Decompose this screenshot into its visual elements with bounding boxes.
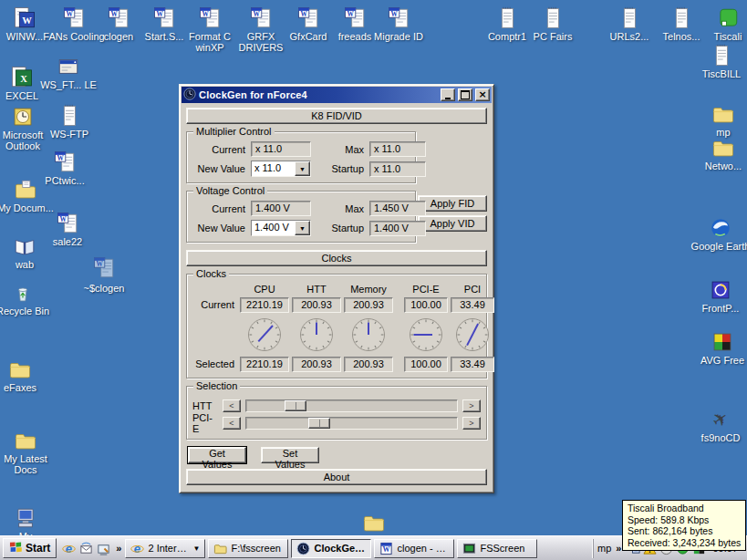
get-values-button[interactable]: Get Values (188, 447, 246, 463)
minimize-button[interactable] (441, 88, 455, 101)
desktop-icon-ws-ft-le[interactable]: WS_FT... LE (36, 53, 100, 90)
set-values-button[interactable]: Set Values (261, 447, 319, 463)
desktop-icon-label: Netwo... (691, 161, 747, 171)
slider-thumb[interactable] (308, 418, 330, 429)
text-doc-icon (37, 102, 101, 128)
desktop-icon-wab[interactable]: wab (0, 233, 57, 270)
taskbar-tasks: e2 Internet Ex...▼F:\fsscreenClockGen fo… (125, 539, 537, 558)
k8-fid-vid-header-button[interactable]: K8 FID/VID (186, 108, 487, 124)
voltage-newvalue-combobox[interactable]: 1.400 V ▼ (251, 220, 311, 236)
slider-track[interactable] (245, 399, 458, 412)
taskbar-task-clockgen-for[interactable]: ClockGen for... (291, 539, 371, 558)
desktop-icon-label: EXCEL (0, 90, 54, 101)
desktop-icon-google-earth[interactable]: Google Earth (689, 214, 747, 252)
svg-text:W: W (96, 260, 103, 268)
start-label: Start (26, 542, 50, 555)
apply-fid-button[interactable]: Apply FID (418, 195, 487, 212)
desktop-icon-avg-free[interactable]: AVG Free (690, 328, 747, 366)
chevron-down-icon[interactable]: ▼ (193, 544, 201, 553)
recycle-bin-icon (0, 279, 55, 305)
desktop-icon-unlabeled[interactable] (342, 509, 406, 534)
outlook-express-icon[interactable] (78, 541, 93, 555)
close-button[interactable]: × (475, 88, 490, 101)
multiplier-group-label: Multiplier Control (193, 127, 275, 137)
task-label: clogen - Micro... (397, 543, 449, 554)
clock-selected-value: 2210.19 (240, 357, 289, 372)
slider-row-pci-e: PCI-E<> (192, 416, 481, 430)
text-doc-icon (690, 42, 747, 67)
svg-text:W: W (347, 10, 354, 18)
desktop-icon-pc-fairs[interactable]: PC Fairs (521, 5, 585, 42)
desktop-icon-tiscali[interactable]: Tiscali (696, 5, 747, 42)
taskbar-task-clogen-micro[interactable]: Wclogen - Micro... (374, 539, 454, 558)
desktop-icon-clogen[interactable]: W~$clogen (72, 256, 136, 294)
clockgen-window: ClockGen for nForce4 × K8 FID/VID Multip… (179, 84, 494, 493)
globe-icon (689, 214, 747, 240)
task-label: 2 Internet Ex... (148, 543, 189, 554)
desktop-icon-label: WS-FTP (37, 129, 101, 140)
multiplier-newvalue-combobox[interactable]: x 11.0 ▼ (251, 161, 311, 177)
maximize-button[interactable] (458, 88, 472, 101)
clock-column-pci-e: PCI-E100.00100.00 (404, 284, 448, 372)
desktop-icon-label: PC Fairs (521, 31, 585, 42)
tray-tooltip: Tiscali BroadbandSpeed: 589.8 KbpsSent: … (622, 500, 746, 551)
apply-vid-button[interactable]: Apply VID (418, 215, 487, 232)
slider-track[interactable] (245, 417, 458, 430)
desktop-icon-label: My Latest Docs (0, 453, 57, 475)
desktop-icon-label: Recycle Bin (0, 306, 55, 316)
folder-icon (342, 509, 406, 534)
chevron-down-icon[interactable]: ▼ (295, 221, 310, 235)
desktop-icon-label: AVG Free (690, 355, 747, 366)
desktop-icon-label: Migrade ID (367, 31, 431, 42)
about-button[interactable]: About (186, 469, 487, 485)
slider-right-button[interactable]: > (462, 417, 481, 430)
desktop-icon-ws-ftp[interactable]: WS-FTP (37, 102, 101, 140)
clock-gauge-icon (292, 315, 341, 355)
desktop-icon-fs9nocd[interactable]: ✈fs9noCD (689, 406, 747, 443)
clocks-header-button[interactable]: Clocks (186, 250, 487, 266)
desktop-icon-tiscbill[interactable]: TiscBILL (690, 42, 747, 79)
desktop-icon-my-docum[interactable]: My Docum... (0, 176, 57, 213)
minimize-icon (445, 98, 451, 99)
desktop-icon-recycle-bin[interactable]: Recycle Bin (0, 279, 55, 316)
desktop-icon-frontp[interactable]: FrontP... (689, 276, 747, 314)
desktop-icon-efaxes[interactable]: eFaxes (0, 356, 52, 393)
slider-thumb[interactable] (285, 400, 306, 411)
airplane-icon: ✈ (689, 406, 747, 431)
svg-text:W: W (383, 545, 390, 554)
taskbar-task-fsscreen[interactable]: FSScreen (457, 539, 537, 558)
internet-explorer-icon[interactable]: e (61, 541, 76, 555)
taskbar-task-f-fsscreen[interactable]: F:\fsscreen (208, 539, 288, 558)
clocks-selected-row-label: Selected (192, 357, 234, 372)
taskbar-task-2-internet-ex[interactable]: e2 Internet Ex...▼ (125, 539, 205, 558)
slider-left-button[interactable]: < (223, 417, 241, 430)
desktop: WWINW...WFANs CoolingWclogenWStart.S...W… (0, 0, 747, 560)
quicklaunch-overflow-chevron[interactable]: » (115, 543, 122, 554)
svg-text:W: W (59, 215, 67, 223)
voltage-section: Voltage Control Current 1.400 V Max 1.45… (186, 183, 487, 243)
start-button[interactable]: Start (3, 538, 57, 558)
word16-icon: W (379, 542, 393, 555)
desktop-icon-migrade-id[interactable]: WMigrade ID (367, 5, 431, 42)
frontpage-icon (689, 276, 747, 302)
clock-column-cpu: CPU2210.192210.19 (240, 284, 289, 372)
word-doc-icon: W (36, 210, 99, 235)
desktop-icon-my-latest-docs[interactable]: My Latest Docs (0, 427, 57, 475)
desktop-icon-mp[interactable]: mp (691, 100, 747, 138)
folder-icon (0, 427, 57, 452)
desktop-icon-netwo[interactable]: Netwo... (691, 134, 747, 171)
ie-icon: e (130, 542, 144, 555)
titlebar[interactable]: ClockGen for nForce4 × (182, 87, 492, 103)
slider-right-button[interactable]: > (462, 399, 481, 412)
svg-text:W: W (66, 10, 73, 18)
clock-column-pci: PCI33.4933.49 (451, 284, 494, 372)
slider-left-button[interactable]: < (223, 399, 241, 412)
slider-label: HTT (192, 400, 218, 411)
close-icon: × (478, 90, 486, 99)
folder-docs-icon (0, 176, 57, 202)
chevron-down-icon[interactable]: ▼ (295, 161, 310, 176)
tooltip-line: Tiscali Broadband (628, 503, 741, 514)
mp-toolbar-label[interactable]: mp (597, 543, 611, 554)
show-desktop-icon[interactable] (96, 541, 110, 555)
word-doc-icon: W (33, 149, 97, 174)
